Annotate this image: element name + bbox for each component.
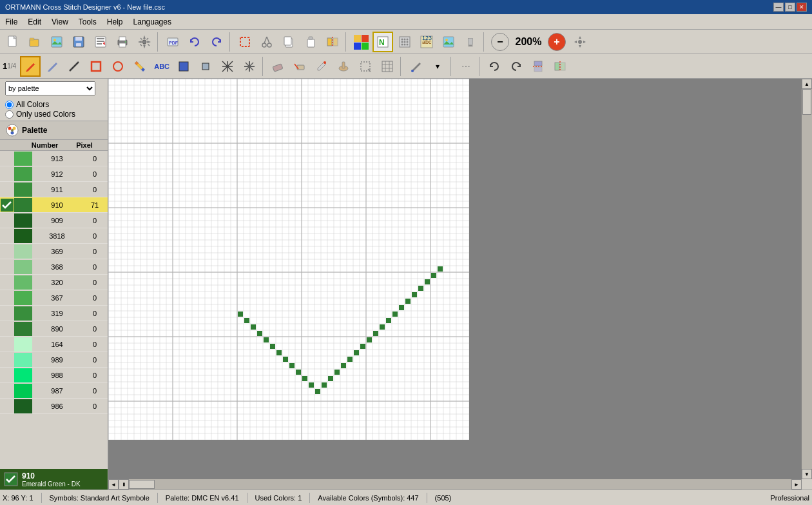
print-button[interactable] bbox=[112, 32, 133, 52]
scroll-v-track[interactable] bbox=[802, 89, 812, 469]
svg-point-93 bbox=[11, 132, 14, 135]
color-row[interactable]: 3690 bbox=[0, 244, 108, 259]
view-photo-button[interactable] bbox=[438, 32, 459, 52]
color-row[interactable]: 8900 bbox=[0, 321, 108, 337]
color-row[interactable]: 3670 bbox=[0, 290, 108, 306]
pencil-full-button[interactable] bbox=[20, 56, 41, 77]
scroll-v-thumb[interactable] bbox=[802, 89, 811, 115]
save-button[interactable] bbox=[68, 32, 89, 52]
copy-button[interactable] bbox=[278, 32, 299, 52]
small-rect-button[interactable] bbox=[195, 56, 216, 77]
maximize-button[interactable]: □ bbox=[785, 3, 795, 12]
brush-more-button[interactable]: ▾ bbox=[427, 56, 448, 77]
palette-dropdown[interactable]: by palette by number by name bbox=[5, 81, 95, 95]
new-button[interactable] bbox=[3, 32, 23, 52]
settings-button[interactable] bbox=[134, 32, 155, 52]
color-row[interactable]: 38180 bbox=[0, 228, 108, 244]
color-palette-button[interactable] bbox=[351, 32, 371, 52]
main-canvas[interactable] bbox=[108, 79, 802, 479]
zoom-in-button[interactable]: + bbox=[548, 33, 566, 51]
color-row[interactable]: 9130 bbox=[0, 151, 108, 166]
all-colors-radio[interactable] bbox=[5, 101, 14, 109]
redo-toolbar-button[interactable] bbox=[206, 32, 227, 52]
color-row[interactable]: 9860 bbox=[0, 399, 108, 414]
grid-lines-button[interactable] bbox=[377, 56, 398, 77]
fill-button[interactable] bbox=[130, 56, 150, 77]
color-swatch bbox=[14, 337, 32, 352]
window-controls[interactable]: — □ ✕ bbox=[773, 3, 807, 12]
only-used-radio[interactable] bbox=[5, 110, 14, 119]
eraser-cross-button[interactable] bbox=[289, 56, 310, 77]
smudge-button[interactable] bbox=[333, 56, 354, 77]
scroll-h-track[interactable] bbox=[129, 479, 791, 490]
zoom-out-button[interactable]: − bbox=[491, 33, 509, 51]
edit-button[interactable] bbox=[90, 32, 111, 52]
color-row[interactable]: 9880 bbox=[0, 368, 108, 383]
text-button[interactable]: ABC bbox=[151, 56, 172, 77]
minimize-button[interactable]: — bbox=[773, 3, 784, 12]
rect-fill-button[interactable] bbox=[173, 56, 194, 77]
menu-help[interactable]: Help bbox=[102, 16, 128, 28]
scroll-right-button[interactable]: ► bbox=[791, 479, 802, 490]
grid-n-button[interactable]: N bbox=[372, 32, 393, 52]
scroll-up-button[interactable]: ▲ bbox=[802, 79, 812, 89]
color-row[interactable]: 9120 bbox=[0, 166, 108, 182]
pan-button[interactable] bbox=[570, 32, 590, 52]
select-rect-button[interactable] bbox=[235, 32, 255, 52]
color-number: 890 bbox=[32, 325, 82, 333]
view-symbols-button[interactable]: abc123 bbox=[416, 32, 437, 52]
menu-edit[interactable]: Edit bbox=[23, 16, 46, 28]
color-row[interactable]: 91071 bbox=[0, 197, 108, 213]
export-button[interactable]: PDF bbox=[162, 32, 183, 52]
canvas-area[interactable] bbox=[108, 79, 802, 479]
color-row[interactable]: 3200 bbox=[0, 275, 108, 290]
redo-button[interactable] bbox=[506, 56, 527, 77]
view-more-button[interactable] bbox=[460, 32, 481, 52]
menu-languages[interactable]: Languages bbox=[128, 16, 177, 28]
undo-toolbar-button[interactable] bbox=[184, 32, 205, 52]
open-button[interactable] bbox=[24, 32, 45, 52]
color-row[interactable]: 9110 bbox=[0, 182, 108, 197]
rect-outline-button[interactable] bbox=[86, 56, 106, 77]
menu-tools[interactable]: Tools bbox=[73, 16, 102, 28]
line-button[interactable] bbox=[64, 56, 84, 77]
color-row[interactable]: 3190 bbox=[0, 306, 108, 321]
color-row[interactable]: 1640 bbox=[0, 337, 108, 352]
save-image-button[interactable] bbox=[46, 32, 67, 52]
canvas-row: ▲ ▼ bbox=[108, 79, 812, 479]
scroll-h-thumb[interactable] bbox=[129, 480, 155, 489]
flip-h-button[interactable] bbox=[550, 56, 570, 77]
eyedropper-button[interactable] bbox=[311, 56, 332, 77]
brush-options-button[interactable] bbox=[405, 56, 426, 77]
palette-dropdown-container[interactable]: by palette by number by name bbox=[5, 81, 102, 95]
color-row[interactable]: 9090 bbox=[0, 213, 108, 228]
flip-v-button[interactable] bbox=[528, 56, 548, 77]
ellipse-button[interactable] bbox=[108, 56, 128, 77]
cross-pattern-button[interactable] bbox=[217, 56, 238, 77]
select-area-button[interactable] bbox=[355, 56, 376, 77]
scroll-left-button[interactable]: ◄ bbox=[108, 479, 119, 490]
color-row[interactable]: 3680 bbox=[0, 259, 108, 275]
color-scroll-area[interactable]: 9130912091109107190903818036903680320036… bbox=[0, 151, 108, 469]
flip-button[interactable] bbox=[322, 32, 343, 52]
svg-text:123: 123 bbox=[422, 35, 432, 41]
grid-dots-button[interactable] bbox=[394, 32, 415, 52]
eraser-button[interactable] bbox=[267, 56, 288, 77]
menu-view[interactable]: View bbox=[46, 16, 73, 28]
paste-button[interactable] bbox=[300, 32, 321, 52]
menu-file[interactable]: File bbox=[0, 16, 23, 28]
close-button[interactable]: ✕ bbox=[797, 3, 807, 12]
all-colors-option[interactable]: All Colors bbox=[5, 100, 102, 109]
pencil-half-button[interactable] bbox=[42, 56, 63, 77]
color-row[interactable]: 9870 bbox=[0, 383, 108, 399]
scroll-down-button[interactable]: ▼ bbox=[802, 469, 812, 479]
horizontal-scrollbar[interactable]: ◄ ⏸ ► bbox=[108, 479, 802, 490]
undo-button[interactable] bbox=[484, 56, 505, 77]
more-options-button[interactable]: ⋯ bbox=[456, 56, 476, 77]
asterisk-button[interactable] bbox=[239, 56, 260, 77]
scroll-pause-button[interactable]: ⏸ bbox=[119, 479, 129, 490]
vertical-scrollbar[interactable]: ▲ ▼ bbox=[802, 79, 812, 479]
cut-button[interactable] bbox=[256, 32, 277, 52]
only-used-option[interactable]: Only used Colors bbox=[5, 110, 102, 119]
color-row[interactable]: 9890 bbox=[0, 352, 108, 368]
